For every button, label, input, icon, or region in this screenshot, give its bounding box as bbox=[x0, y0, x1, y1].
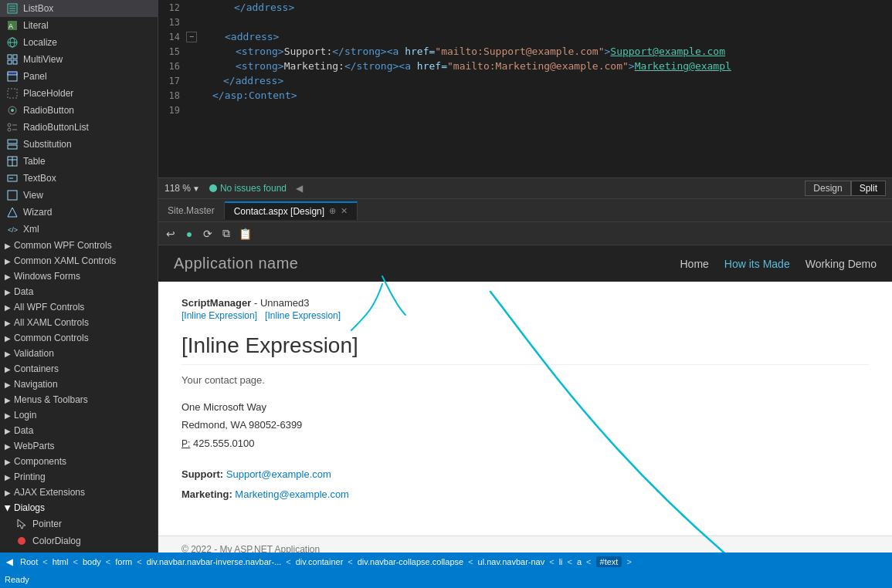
sidebar-item-localize[interactable]: Localize bbox=[0, 34, 158, 51]
breadcrumb-li[interactable]: li bbox=[559, 557, 563, 566]
svg-rect-29 bbox=[8, 191, 17, 200]
zoom-dropdown-icon[interactable]: ▼ bbox=[192, 184, 200, 193]
sidebar-item-colordialog[interactable]: ColorDialog bbox=[0, 532, 158, 549]
view-icon bbox=[6, 189, 19, 201]
breadcrumb-form[interactable]: form bbox=[115, 557, 132, 566]
sidebar-item-literal[interactable]: A Literal bbox=[0, 17, 158, 34]
sidebar-item-wizard[interactable]: Wizard bbox=[0, 204, 158, 221]
support-email[interactable]: Support@example.com bbox=[226, 468, 331, 480]
group-ajax[interactable]: ▶ AJAX Extensions bbox=[0, 485, 158, 500]
chevron-right-icon: ▶ bbox=[5, 350, 11, 358]
contact-aspx-tab[interactable]: Contact.aspx [Design] ⊕ ✕ bbox=[225, 201, 358, 220]
paste-button[interactable]: 📋 bbox=[237, 226, 253, 242]
group-validation[interactable]: ▶ Validation bbox=[0, 346, 158, 361]
close-icon[interactable]: ✕ bbox=[341, 206, 348, 216]
group-all-wpf[interactable]: ▶ All WPF Controls bbox=[0, 299, 158, 315]
app-footer: © 2022 - My ASP.NET Application bbox=[158, 536, 892, 553]
group-navigation[interactable]: ▶ Navigation bbox=[0, 377, 158, 392]
contact-subtitle: Your contact page. bbox=[181, 374, 869, 386]
code-lines: 12 </address> 13 14 − <address> bbox=[158, 0, 892, 177]
phone-line: P: 425.555.0100 bbox=[181, 434, 869, 453]
code-line-14: 14 − <address> bbox=[158, 29, 892, 44]
sidebar-item-pointer[interactable]: Pointer bbox=[0, 515, 158, 532]
pin-icon[interactable]: ⊕ bbox=[329, 206, 336, 216]
sidebar-item-xml[interactable]: </> Xml bbox=[0, 221, 158, 238]
marketing-email[interactable]: Marketing@example.com bbox=[235, 488, 349, 500]
breadcrumb-body[interactable]: body bbox=[83, 557, 101, 566]
wizard-label: Wizard bbox=[23, 207, 52, 218]
group-common-xaml[interactable]: ▶ Common XAML Controls bbox=[0, 253, 158, 269]
script-manager-separator: - bbox=[254, 297, 260, 309]
app-name: Application name bbox=[174, 255, 298, 272]
breadcrumb-root[interactable]: Root bbox=[20, 557, 38, 566]
group-common-controls[interactable]: ▶ Common Controls bbox=[0, 330, 158, 346]
sidebar-item-substitution[interactable]: Substitution bbox=[0, 136, 158, 153]
collapse-icon[interactable]: − bbox=[186, 32, 197, 42]
refresh-button[interactable]: ⟳ bbox=[200, 226, 215, 242]
chevron-down-icon: ▶ bbox=[4, 505, 12, 511]
group-printing[interactable]: ▶ Printing bbox=[0, 469, 158, 485]
breadcrumb-div-collapse[interactable]: div.navbar-collapse.collapse bbox=[358, 557, 463, 566]
breadcrumb-div-navbar[interactable]: div.navbar.navbar-inverse.navbar-... bbox=[147, 557, 282, 566]
svg-text:</>: </> bbox=[8, 226, 18, 234]
group-data2[interactable]: ▶ Data bbox=[0, 423, 158, 438]
svg-point-18 bbox=[8, 123, 11, 127]
copy-button[interactable]: ⧉ bbox=[219, 226, 234, 242]
script-manager-label: ScriptManager bbox=[181, 297, 251, 309]
inline-expr-link-1[interactable]: [Inline Expression] bbox=[181, 310, 257, 321]
localize-label: Localize bbox=[23, 37, 57, 48]
group-login-label: Login bbox=[14, 410, 36, 421]
nav-working-demo[interactable]: Working Demo bbox=[806, 258, 877, 270]
group-data[interactable]: ▶ Data bbox=[0, 284, 158, 299]
split-tab[interactable]: Split bbox=[851, 181, 886, 196]
nav-home[interactable]: Home bbox=[680, 258, 709, 270]
textbox-icon bbox=[6, 172, 19, 184]
site-master-tab[interactable]: Site.Master bbox=[158, 202, 225, 219]
sidebar-item-textbox[interactable]: TextBox bbox=[0, 170, 158, 187]
chevron-right-icon: ▶ bbox=[5, 488, 11, 497]
group-all-xaml[interactable]: ▶ All XAML Controls bbox=[0, 315, 158, 330]
redo-button[interactable]: ● bbox=[181, 226, 197, 242]
group-windows-forms-label: Windows Forms bbox=[14, 271, 80, 282]
zoom-control[interactable]: 118 % ▼ bbox=[164, 183, 200, 194]
group-login[interactable]: ▶ Login bbox=[0, 407, 158, 423]
sidebar-item-listbox[interactable]: ListBox bbox=[0, 0, 158, 17]
sidebar-item-view[interactable]: View bbox=[0, 187, 158, 204]
code-line-19: 19 bbox=[158, 103, 892, 117]
group-components[interactable]: ▶ Components bbox=[0, 454, 158, 469]
breadcrumb-html[interactable]: html bbox=[53, 557, 69, 566]
inline-expr-link-2[interactable]: [Inline Expression] bbox=[265, 310, 341, 321]
breadcrumb-a[interactable]: a bbox=[577, 557, 582, 566]
svg-marker-30 bbox=[8, 208, 17, 217]
group-menus[interactable]: ▶ Menus & Toolbars bbox=[0, 392, 158, 407]
sidebar-item-radiobuttonlist[interactable]: RadioButtonList bbox=[0, 119, 158, 136]
nav-prev-icon[interactable]: ◀ bbox=[296, 183, 303, 194]
undo-button[interactable]: ↩ bbox=[163, 226, 178, 242]
design-tab[interactable]: Design bbox=[805, 181, 850, 196]
sidebar-item-multiview[interactable]: MultiView bbox=[0, 51, 158, 68]
group-containers[interactable]: ▶ Containers bbox=[0, 361, 158, 377]
group-common-wpf[interactable]: ▶ Common WPF Controls bbox=[0, 238, 158, 253]
chevron-right-icon: ▶ bbox=[5, 380, 11, 389]
chevron-right-icon: ▶ bbox=[5, 319, 11, 327]
breadcrumb-div-container[interactable]: div.container bbox=[296, 557, 344, 566]
sidebar-item-placeholder[interactable]: PlaceHolder bbox=[0, 85, 158, 102]
table-label: Table bbox=[23, 156, 46, 167]
sidebar-item-panel[interactable]: Panel bbox=[0, 68, 158, 85]
group-webparts[interactable]: ▶ WebParts bbox=[0, 438, 158, 454]
issues-status: No issues found bbox=[209, 183, 287, 194]
radiobuttonlist-label: RadioButtonList bbox=[23, 122, 89, 133]
breadcrumb-ul-nav[interactable]: ul.nav.navbar-nav bbox=[478, 557, 545, 566]
chevron-right-icon: ▶ bbox=[5, 442, 11, 451]
sidebar-item-table[interactable]: Table bbox=[0, 153, 158, 170]
designer-toolbar: ↩ ● ⟳ ⧉ 📋 bbox=[158, 222, 892, 245]
script-manager-info: ScriptManager - Unnamed3 bbox=[181, 297, 869, 309]
table-icon bbox=[6, 155, 19, 167]
nav-how-its-made[interactable]: How its Made bbox=[724, 258, 790, 270]
group-all-windows-forms[interactable]: ▶ Windows Forms bbox=[0, 269, 158, 284]
svg-point-33 bbox=[18, 537, 25, 545]
breadcrumb-active-text[interactable]: #text bbox=[596, 556, 622, 567]
zoom-value: 118 % bbox=[164, 183, 191, 194]
sidebar-item-radiobutton[interactable]: RadioButton bbox=[0, 102, 158, 119]
group-dialogs[interactable]: ▶ Dialogs bbox=[0, 500, 158, 515]
